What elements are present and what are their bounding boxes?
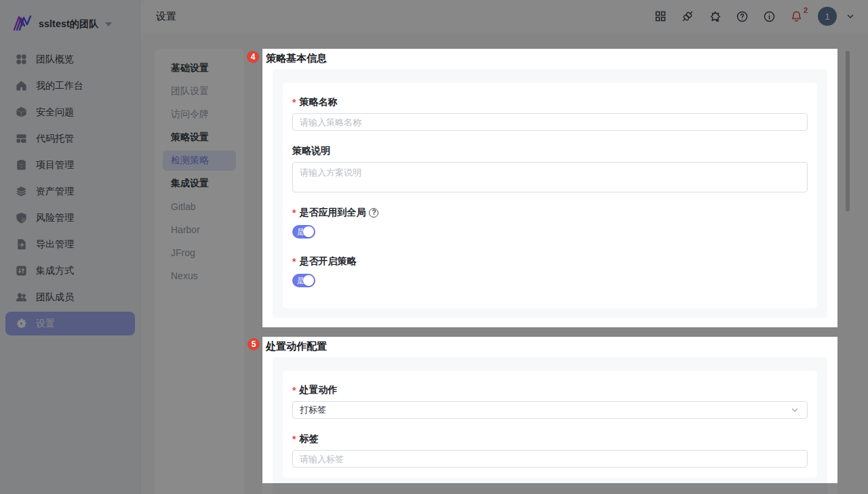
settings-menu-item-access-token[interactable]: 访问令牌 <box>155 103 244 126</box>
enable-policy-label: * 是否开启策略 <box>292 255 808 268</box>
sidebar-item-integration-method[interactable]: 集成方式 <box>0 258 140 284</box>
settings-menu-item-team[interactable]: 团队设置 <box>155 80 244 103</box>
topbar-actions: 2 1 <box>654 0 857 33</box>
disposal-action-select[interactable]: 打标签 <box>292 401 808 419</box>
tour-step-badge-5: 5 <box>248 338 260 350</box>
tour-step-badge-4: 4 <box>247 51 259 63</box>
required-asterisk: * <box>292 256 296 267</box>
toggle-knob <box>303 275 314 286</box>
bricks-icon <box>15 133 27 145</box>
chevron-down-icon[interactable] <box>844 9 857 23</box>
brand-logo-icon <box>12 14 34 35</box>
plugin-icon[interactable] <box>681 9 694 23</box>
policy-name-input[interactable] <box>292 113 808 131</box>
notifications-bell-icon[interactable]: 2 <box>789 9 803 23</box>
sidebar-item-label: 代码托管 <box>36 133 74 145</box>
user-avatar[interactable]: 1 <box>818 7 837 26</box>
sidebar-item-team-members[interactable]: 团队成员 <box>0 284 140 310</box>
settings-menu-section-basic: 基础设置 <box>155 57 244 80</box>
required-asterisk: * <box>292 434 296 445</box>
topbar: 设置 <box>140 0 868 33</box>
tag-input[interactable] <box>292 450 808 468</box>
settings-menu-section-integration: 集成设置 <box>155 172 244 195</box>
notification-count-badge: 2 <box>804 6 808 14</box>
layers-icon <box>15 186 27 198</box>
policy-desc-textarea[interactable] <box>292 162 808 192</box>
team-switcher[interactable]: ssltest的团队 <box>12 14 112 35</box>
toggle-knob <box>303 226 314 237</box>
gear-icon <box>15 318 27 330</box>
team-caret-down-icon <box>105 22 112 26</box>
enable-policy-toggle[interactable]: 是 <box>292 274 315 287</box>
panel-body: * 策略名称 策略说明 * 是否应用到全局 ? <box>273 69 827 318</box>
settings-menu-item-jfrog[interactable]: JFrog <box>155 241 244 264</box>
required-asterisk: * <box>292 97 296 108</box>
sidebar-item-security-issues[interactable]: 安全问题 <box>0 99 140 125</box>
policy-basic-info-panel: 策略基本信息 * 策略名称 策略说明 * <box>262 49 837 327</box>
content-area: 基础设置 团队设置 访问令牌 策略设置 检测策略 集成设置 Gitlab Har… <box>140 33 868 494</box>
file-export-icon <box>15 239 27 251</box>
sidebar-item-team-overview[interactable]: 团队概览 <box>0 46 140 73</box>
guide-pin-icon[interactable] <box>708 9 722 23</box>
panel-title: 策略基本信息 <box>266 52 327 65</box>
users-icon <box>15 291 27 304</box>
help-circle-icon[interactable] <box>735 9 749 23</box>
transfer-icon <box>15 265 27 277</box>
sidebar-item-asset-mgmt[interactable]: 资产管理 <box>0 178 140 205</box>
settings-menu-item-gitlab[interactable]: Gitlab <box>155 195 244 218</box>
disposal-action-label: * 处置动作 <box>292 384 808 397</box>
sidebar-item-label: 资产管理 <box>36 186 74 198</box>
sidebar-item-label: 设置 <box>36 318 55 330</box>
select-value: 打标签 <box>300 404 326 416</box>
select-chevron-down-icon <box>791 406 799 414</box>
required-asterisk: * <box>292 385 296 396</box>
cube-icon <box>15 106 27 119</box>
apps-grid-icon[interactable] <box>654 9 667 23</box>
settings-menu-section-policy: 策略设置 <box>155 126 244 149</box>
form-card: * 策略名称 策略说明 * 是否应用到全局 ? <box>283 83 817 308</box>
panel-body: * 处置动作 打标签 * 标签 <box>273 357 827 494</box>
sidebar-item-label: 风险管理 <box>36 212 74 224</box>
sidebar-item-export-mgmt[interactable]: 导出管理 <box>0 231 140 258</box>
sidebar-nav: 团队概览 我的工作台 安全问题 <box>0 46 140 335</box>
panel-title: 处置动作配置 <box>266 340 327 353</box>
apply-global-label: * 是否应用到全局 ? <box>292 206 808 220</box>
sidebar-item-workbench[interactable]: 我的工作台 <box>0 73 140 99</box>
sidebar-item-label: 集成方式 <box>36 265 74 277</box>
policy-desc-label: 策略说明 <box>292 144 808 158</box>
required-asterisk: * <box>292 207 296 218</box>
tag-label: * 标签 <box>292 432 808 446</box>
sidebar-item-label: 项目管理 <box>36 159 74 171</box>
shield-icon <box>15 212 27 224</box>
apply-global-toggle[interactable]: 是 <box>292 225 315 239</box>
vertical-scrollbar-thumb[interactable] <box>846 51 850 211</box>
page-title: 设置 <box>156 10 176 23</box>
settings-menu: 基础设置 团队设置 访问令牌 策略设置 检测策略 集成设置 Gitlab Har… <box>155 49 244 494</box>
disposal-action-panel: 处置动作配置 * 处置动作 打标签 <box>262 337 837 494</box>
sidebar-item-label: 安全问题 <box>36 106 74 119</box>
sidebar-item-code-hosting[interactable]: 代码托管 <box>0 125 140 152</box>
main-sidebar: ssltest的团队 团队概览 我的工作台 <box>0 0 140 494</box>
sidebar-item-label: 我的工作台 <box>36 80 83 92</box>
policy-name-label: * 策略名称 <box>292 96 808 109</box>
sidebar-item-label: 导出管理 <box>36 239 74 251</box>
clipboard-icon <box>15 159 27 171</box>
settings-menu-item-detection-policy[interactable]: 检测策略 <box>163 150 236 171</box>
sidebar-item-settings[interactable]: 设置 <box>5 312 135 335</box>
grid-icon <box>15 54 27 66</box>
sidebar-item-label: 团队成员 <box>36 291 74 304</box>
settings-menu-item-nexus[interactable]: Nexus <box>155 264 244 287</box>
home-icon <box>15 80 27 92</box>
sidebar-item-label: 团队概览 <box>36 54 74 66</box>
info-circle-icon[interactable] <box>762 9 776 23</box>
help-question-icon[interactable]: ? <box>369 208 378 218</box>
form-card: * 处置动作 打标签 * 标签 <box>283 371 817 478</box>
sidebar-item-project-mgmt[interactable]: 项目管理 <box>0 152 140 178</box>
settings-menu-item-harbor[interactable]: Harbor <box>155 218 244 241</box>
sidebar-item-risk-mgmt[interactable]: 风险管理 <box>0 205 140 231</box>
app-window: ssltest的团队 团队概览 我的工作台 <box>0 0 868 494</box>
team-name: ssltest的团队 <box>39 18 98 30</box>
